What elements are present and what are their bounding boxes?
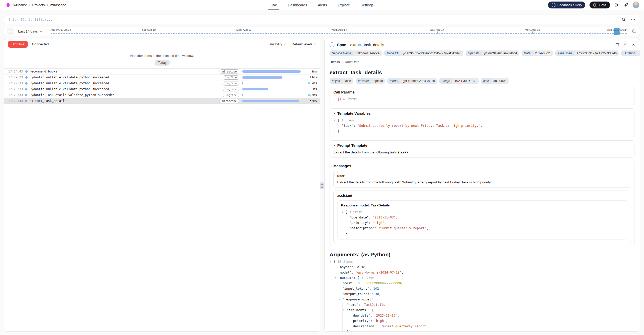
tab-live[interactable]: Live [270,0,278,10]
user-avatar[interactable] [632,2,639,8]
code-token: 'name' [347,302,358,307]
duration-bar-track [242,82,301,85]
log-tag[interactable]: mirascope [220,99,239,103]
link-icon[interactable] [484,52,487,55]
copy-link-icon[interactable] [624,43,628,47]
collapse-caret-icon[interactable]: ∨ [330,259,334,264]
indent-guide [338,318,342,323]
log-timestamp: 17:14:43 [8,70,23,73]
collapse-caret-icon[interactable]: ∨ [334,275,338,280]
duration-label: 5ms [304,87,317,91]
chip-value: 102 + 30 -> 132 [452,78,479,84]
chip-value: $0.00003 [491,78,509,84]
code-token: 'cost' [342,280,354,286]
log-row[interactable]: 17:29:33extract_task_detailsmirascope30m… [4,98,320,104]
collapse-caret-icon[interactable]: ∨ [343,307,347,313]
indent-guide [338,329,342,332]
link-icon[interactable] [402,52,406,55]
open-in-drawer-icon[interactable] [615,43,619,47]
span-diamond-icon [25,76,28,79]
code-token: 1 items [341,118,355,123]
tab-settings[interactable]: Settings [360,0,374,10]
timeline-tick [149,32,149,34]
template-variables-code: ∨{ 1 items"task": "Submit quarterly repo… [333,118,631,134]
search-icon[interactable] [621,17,626,22]
default-levels-dropdown[interactable]: Default levels [292,42,316,46]
log-tag[interactable]: mirascope [220,69,239,74]
info-icon: i [330,42,334,47]
breadcrumb-project[interactable]: mirascope [50,3,66,7]
tab-dashboards[interactable]: Dashboards [287,0,308,10]
timeline-dashed-line [51,33,627,34]
sql-filter-input[interactable] [8,18,621,22]
code-line: } [333,128,631,134]
breadcrumb: willbakst › Projects › mirascope [14,3,66,7]
log-tag[interactable]: logfire [223,75,239,80]
log-row[interactable]: 17:29:33Pydantic TaskDetails validate_py… [4,92,320,98]
log-tag[interactable]: logfire [223,93,239,97]
log-tag[interactable]: logfire [223,81,239,86]
sidebar-toggle-button[interactable] [7,28,14,35]
code-token: 'async' [338,264,352,270]
span-tab-raw-data[interactable]: Raw Data [345,60,359,65]
log-timestamp: 17:29:33 [8,93,23,97]
default-levels-label: Default levels [292,42,312,46]
share-link-icon[interactable] [624,3,628,7]
app-header: willbakst › Projects › mirascope LiveDas… [0,0,644,10]
tab-alerts[interactable]: Alerts [317,0,328,10]
code-token: , [379,291,381,297]
code-token: : [376,323,380,329]
log-row[interactable]: 17:29:33Pydantic nullable validate_pytho… [4,80,320,86]
code-line: ∨{ 3 items [341,209,623,215]
chevron-down-icon [314,43,316,45]
timeline-axis[interactable]: Aug 07, 17:26:14Sat, Aug 10Mon, Aug 12We… [51,27,628,36]
indent-guide [342,329,347,332]
log-row[interactable]: 17:29:33Pydantic nullable validate_pytho… [4,86,320,92]
breadcrumb-projects[interactable]: Projects [32,3,45,7]
chip-label: usage [439,78,452,84]
code-token: 'model' [338,270,352,275]
today-badge: Today [155,60,170,66]
code-line: 'model': 'gpt-4o-mini-2024-07-18', [330,270,635,275]
zoom-in-icon[interactable] [632,29,637,34]
code-token: : { [373,297,379,302]
assistant-message: assistant Response model: TaskDetails ∨{… [333,191,631,243]
code-token: "description" [350,225,375,231]
visibility-dropdown[interactable]: Visibility [270,42,286,46]
collapse-caret-icon[interactable]: ∨ [334,118,337,123]
code-line: 'input_tokens': 102, [330,286,635,291]
span-tab-details[interactable]: Details [330,60,340,65]
close-icon[interactable]: × [632,43,635,47]
code-token: , [427,225,429,231]
tab-explore[interactable]: Explore [337,0,350,10]
response-model-box: Response model: TaskDetails ∨{ 3 items"d… [337,200,627,239]
prompt-text: Extract the details from the following t… [333,150,398,154]
collapse-caret-icon[interactable]: ∨ [339,297,342,302]
beta-button[interactable]: i Beta [590,2,610,8]
theme-toggle-icon[interactable] [614,3,619,7]
code-line: "priority": "high", [341,220,623,225]
chip-label: model [387,78,400,84]
time-range-dropdown[interactable]: Last 14 days [14,29,46,33]
more-options-icon[interactable]: ··· [631,17,636,22]
indent-guide [338,291,342,297]
feedback-help-button[interactable]: ? Feedback / Help [548,2,585,8]
log-row[interactable]: 17:29:33Pydantic nullable validate_pytho… [4,75,320,80]
log-row[interactable]: 17:14:43recommend_booksmirascope9ms [4,69,320,75]
prompt-variable: {task} [398,150,408,154]
collapse-caret-icon[interactable]: ∨ [342,209,345,215]
collapse-icon[interactable]: ∧ [333,112,335,115]
code-token: , [481,123,483,128]
log-tag[interactable]: logfire [223,87,239,91]
timeline-tick-label: Sat, Aug 10 [142,28,156,31]
span-details-panel: i Span: extract_task_details × Service N… [324,38,640,332]
code-line: 'priority': 'high', [330,318,635,323]
stop-live-button[interactable]: Stop live [8,41,28,48]
collapse-icon[interactable]: ∧ [333,144,335,147]
breadcrumb-org[interactable]: willbakst [14,3,27,7]
code-token: 4 items [361,275,375,280]
live-view-panel: Stop live Connected Visibility Default l… [4,38,320,332]
code-line: 'output_tokens': 30, [330,291,635,297]
panel-resize-handle[interactable] [320,182,324,189]
beta-label: Beta [599,3,606,7]
